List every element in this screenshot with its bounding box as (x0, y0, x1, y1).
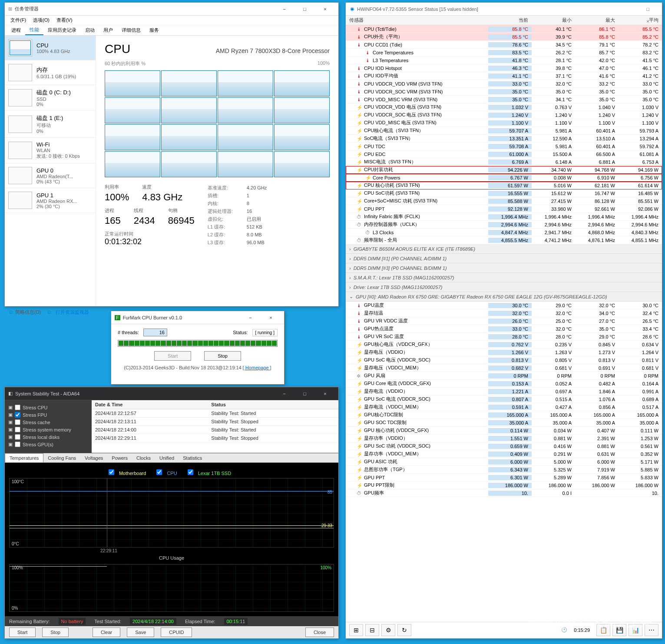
col-max[interactable]: 最大 (575, 16, 619, 25)
tab-2[interactable]: 应用历史记录 (43, 26, 81, 35)
sensor-row[interactable]: 🌡CPU VDD_MISC VRM (SVI3 TFN)35.0 °C34.1 … (346, 96, 662, 103)
log-row[interactable]: 2024/4/18 22:13:11Stability Test: Stoppe… (92, 418, 338, 426)
sensor-row[interactable]: ⏱内存控制器频率（UCLK）2,994.6 MHz2,994.6 MHz2,99… (346, 221, 662, 229)
sensor-section[interactable]: GIGABYTE B650M AORUS ELITE AX ICE (ITE I… (346, 244, 662, 254)
sensor-row[interactable]: ⚡CPU封装功耗94.226 W34.740 W94.768 W94.169 W (346, 166, 662, 174)
sensor-row[interactable]: ⚡GPU ASIC 功耗6.000 W5.000 W6.000 W5.171 W (346, 458, 662, 466)
menu-item[interactable]: 文件(F) (7, 16, 30, 24)
close-button[interactable]: Close (305, 627, 334, 637)
stress-check-4[interactable]: ▣ Stress local disks (8, 433, 88, 441)
sensor-row[interactable]: 🌡GPU热点温度33.0 °C32.0 °C35.0 °C33.4 °C (346, 325, 662, 333)
checkbox[interactable] (15, 405, 20, 410)
sensor-section[interactable]: DDR5 DIMM [#3] (P0 CHANNEL B/DIMM 1) (346, 263, 662, 273)
checkbox[interactable] (15, 442, 20, 447)
sensor-row[interactable]: 🌡CPU IOD平均值41.1 °C37.1 °C41.6 °C41.2 °C (346, 72, 662, 80)
hwinfo-sensor-list[interactable]: 🌡CPU (Tctl/Tdie)85.8 °C40.1 °C86.1 °C85.… (346, 25, 662, 622)
chart-tab-0[interactable]: Temperatures (5, 453, 43, 462)
perf-item-5[interactable]: GPU 0AMD Radeon(T...0% (43 °C) (5, 163, 96, 188)
chart-tab-1[interactable]: Cooling Fans (43, 454, 80, 462)
sensor-row[interactable]: ⏱频率限制 - 全局4,855.5 MHz4,741.2 MHz4,876.1 … (346, 236, 662, 244)
sensor-row[interactable]: ⚡CPU VDDCR_VDD 电压 (SVI3 TFN)1.032 V0.763… (346, 103, 662, 111)
sensor-row[interactable]: 🌡CPU VDDCR_SOC VRM (SVI3 TFN)35.0 °C35.0… (346, 88, 662, 96)
tool-button-1[interactable]: 📋 (596, 624, 610, 636)
sensor-row[interactable]: ⚡显存电压（VDDIO）1.266 V1.263 V1.273 V1.264 V (346, 349, 662, 356)
sensor-row[interactable]: ⚡显存电压（VDDCI_MEM）0.682 V0.681 V0.691 V0.6… (346, 364, 662, 372)
tab-4[interactable]: 用户 (99, 26, 117, 35)
close-button[interactable]: × (315, 388, 335, 400)
tab-6[interactable]: 服务 (145, 26, 163, 35)
stress-check-0[interactable]: ▣ Stress CPU (8, 404, 88, 411)
tool-button-3[interactable]: 📊 (629, 624, 642, 636)
start-button[interactable]: Start (154, 351, 191, 361)
stress-check-3[interactable]: ▣ Stress system memory (8, 426, 88, 433)
minimize-button[interactable]: − (275, 3, 294, 15)
sensor-row[interactable]: ⚡CPU 核心功耗 (SVI3 TFN)61.597 W5.016 W62.18… (346, 182, 662, 189)
sensor-section[interactable]: S.M.A.R.T.: Lexar 1TB SSD (MAG1162000257… (346, 273, 662, 282)
sensor-section[interactable]: DDR5 DIMM [#1] (P0 CHANNEL A/DIMM 1) (346, 254, 662, 263)
maximize-button[interactable]: □ (295, 388, 314, 400)
sensor-row[interactable]: ⚡GPU SoC 电压 (VDDCR_SOC)0.813 V0.805 V0.8… (346, 356, 662, 364)
tab-0[interactable]: 进程 (7, 26, 25, 35)
sensor-row[interactable]: 🌡CPU VDDCR_VDD VRM (SVI3 TFN)33.0 °C32.0… (346, 80, 662, 88)
perf-item-1[interactable]: 内存6.0/31.1 GB (19%) (5, 60, 96, 85)
sensor-row[interactable]: ⚡GPU核心电压（VDDCR_GFX）0.762 V0.235 V0.845 V… (346, 341, 662, 349)
tool-button-2[interactable]: 💾 (612, 624, 626, 636)
sensor-row[interactable]: ⏱Infinity Fabric 频率 (FCLK)1,996.4 MHz1,9… (346, 213, 662, 221)
legend-check[interactable] (109, 469, 114, 475)
stop-button[interactable]: Stop (204, 351, 241, 361)
minimize-button[interactable]: − (241, 312, 260, 324)
perf-item-3[interactable]: 磁盘 1 (E:)可移动0% (5, 111, 96, 138)
legend-item-0[interactable]: Motherboard (109, 471, 149, 476)
refresh-button[interactable]: ↻ (397, 624, 411, 636)
sensor-row[interactable]: 🌡GPU温度30.0 °C29.0 °C32.0 °C30.0 °C (346, 302, 662, 309)
perf-item-0[interactable]: CPU100% 4.83 GHz (5, 36, 96, 60)
sensor-row[interactable]: 🌡L3 Temperatures41.8 °C28.1 °C42.0 °C41.… (346, 56, 662, 64)
cpuid-button[interactable]: CPUID (161, 627, 192, 637)
threads-input[interactable] (143, 329, 167, 336)
col-min[interactable]: 最小 (532, 16, 575, 25)
chart-tab-2[interactable]: Voltages (80, 454, 107, 462)
homepage-link[interactable]: [ Homepage ] (243, 365, 271, 370)
sensor-row[interactable]: ⚡CPU VDDCR_SOC 电压 (SVI3 TFN)1.240 V1.240… (346, 111, 662, 119)
sensor-row[interactable]: ⚡总图形功率（TGP）6.343 W5.325 W7.919 W5.885 W (346, 466, 662, 474)
chart-tab-6[interactable]: Statistics (179, 454, 206, 462)
sensor-row[interactable]: ⚡MISC电流（SVI3 TFN）6.769 A6.148 A6.881 A6.… (346, 158, 662, 166)
sensor-row[interactable]: ⚡CPU PPT92.128 W33.980 W92.661 W92.086 W (346, 205, 662, 213)
tab-3[interactable]: 启动 (81, 26, 99, 35)
sensor-row[interactable]: ⏱L3 Clocks4,847.4 MHz2,941.7 MHz4,868.0 … (346, 229, 662, 236)
perf-item-4[interactable]: Wi-FiWLAN发送: 0 接收: 0 Kbps (5, 138, 96, 163)
sensor-row[interactable]: ⚡显存电流（VDDCI_MEM）0.591 A0.427 A0.856 A0.5… (346, 403, 662, 411)
save-button[interactable]: Save (127, 627, 154, 637)
legend-item-2[interactable]: Lexar 1TB SSD (188, 471, 235, 476)
sensor-row[interactable]: ⚡Core Powers6.767 W0.008 W6.910 W6.756 W (346, 174, 662, 182)
menu-item[interactable]: 查看(V) (53, 16, 76, 24)
sensor-row[interactable]: ⚡CPU TDC59.708 A5.981 A60.401 A59.792 A (346, 143, 662, 150)
gpu-section[interactable]: GPU [#0]: AMD Radeon RX 6750 GRE: GIGABY… (346, 292, 662, 302)
menu-item[interactable]: 选项(O) (30, 16, 53, 24)
resource-monitor-link[interactable]: 打开资源监视器 (56, 309, 89, 315)
sensor-section[interactable]: Drive: Lexar 1TB SSD (MAG1162000257) (346, 282, 662, 292)
checkbox[interactable] (15, 419, 20, 425)
sensor-row[interactable]: ⚡SoC电流（SVI3 TFN）13.351 A12.590 A13.510 A… (346, 135, 662, 143)
log-row[interactable]: 2024/4/18 22:12:57Stability Test: Starte… (92, 409, 338, 418)
start-button[interactable]: Start (9, 627, 36, 637)
chart-tab-3[interactable]: Powers (107, 454, 132, 462)
sensor-row[interactable]: ⚡CPU EDC61.000 A15.500 A66.500 A61.081 A (346, 150, 662, 158)
checkbox[interactable] (15, 434, 20, 440)
sensor-row[interactable]: ⚡GPU Core 电流 (VDDCR_GFX)0.153 A0.052 A0.… (346, 380, 662, 388)
sensor-row[interactable]: ⚡GPU PPT限制186.000 W186.000 W186.000 W186… (346, 481, 662, 489)
sensor-row[interactable]: ⚡CPU VDD_MISC 电压 (SVI3 TFN)1.100 V1.100 … (346, 119, 662, 127)
sensor-row[interactable]: ⚡显存功率（VDDIO）1.551 W0.881 W2.391 W1.253 W (346, 435, 662, 442)
sensor-row[interactable]: 🌡CPU CCD1 (Tdie)78.6 °C34.5 °C79.1 °C78.… (346, 41, 662, 49)
sensor-row[interactable]: 🌡CPU外壳（平均）85.5 °C39.9 °C85.8 °C85.2 °C (346, 33, 662, 41)
col-sensor[interactable]: 传感器 (346, 16, 488, 25)
minimize-button[interactable]: − (275, 388, 294, 400)
close-button[interactable]: × (315, 3, 335, 15)
sensor-row[interactable]: ⚡CPU SoC功耗 (SVI3 TFN)16.555 W15.612 W16.… (346, 189, 662, 197)
sensor-row[interactable]: 🌡显存结温32.0 °C32.0 °C34.0 °C32.4 °C (346, 309, 662, 317)
sensor-row[interactable]: 🌡Core Temperatures83.5 °C26.2 °C85.7 °C8… (346, 49, 662, 56)
sensor-row[interactable]: ⚡GPU SOC TDC限制35.000 A35.000 A35.000 A35… (346, 419, 662, 427)
sensor-row[interactable]: ⚡GPU核心TDC限制165.000 A165.000 A165.000 A16… (346, 411, 662, 419)
sensor-row[interactable]: 🌡CPU IOD Hotspot46.3 °C39.8 °C47.0 °C46.… (346, 64, 662, 72)
sensor-row[interactable]: 🌡GPU VR SoC 温度28.0 °C28.0 °C29.0 °C28.6 … (346, 333, 662, 341)
